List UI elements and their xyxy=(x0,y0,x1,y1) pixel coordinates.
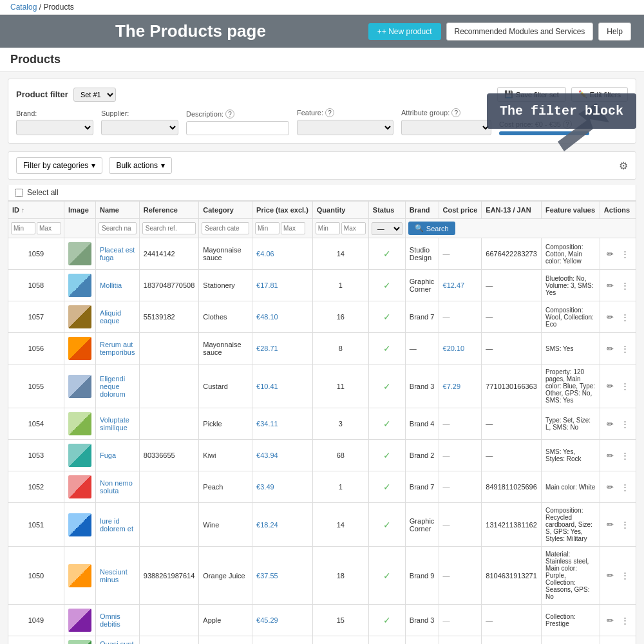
product-id-cell: 1057 xyxy=(8,301,64,333)
product-image xyxy=(68,375,91,398)
new-product-button[interactable]: + + New product xyxy=(368,23,441,40)
product-image xyxy=(68,242,91,265)
more-actions-button[interactable]: ⋮ xyxy=(618,481,632,493)
edit-product-button[interactable]: ✏ xyxy=(604,279,616,292)
product-name-link[interactable]: Aliquid eaque xyxy=(100,309,121,325)
product-image xyxy=(68,337,91,360)
more-actions-button[interactable]: ⋮ xyxy=(618,311,632,323)
product-quantity-cell: 11 xyxy=(312,365,368,408)
th-brand[interactable]: Brand xyxy=(405,202,439,219)
th-category[interactable]: Category xyxy=(199,202,252,219)
qty-min-input[interactable] xyxy=(316,222,340,234)
product-name-link[interactable]: Omnis debitis xyxy=(100,612,120,628)
more-actions-button[interactable]: ⋮ xyxy=(618,418,632,430)
description-help-icon[interactable]: ? xyxy=(225,109,234,118)
th-name[interactable]: Name xyxy=(96,202,140,219)
product-status-cell: ✓ xyxy=(368,270,405,301)
product-actions-cell: ✏ ⋮ xyxy=(600,636,636,645)
feature-help-icon[interactable]: ? xyxy=(325,108,334,117)
brand-filter-select[interactable] xyxy=(16,120,93,135)
description-filter-input[interactable] xyxy=(186,121,289,135)
edit-product-button[interactable]: ✏ xyxy=(604,614,616,627)
breadcrumb-catalog[interactable]: Catalog xyxy=(10,3,37,12)
product-price-cell: €10.41 xyxy=(252,365,313,408)
product-name-link[interactable]: Fuga xyxy=(100,451,116,459)
filter-set-select[interactable]: Set #1 xyxy=(73,88,116,102)
edit-filters-button[interactable]: ✏️ Edit filters xyxy=(571,87,628,102)
th-price[interactable]: Price (tax excl.) xyxy=(252,202,313,219)
product-image xyxy=(68,609,91,632)
name-search-input[interactable] xyxy=(99,222,137,234)
edit-product-button[interactable]: ✏ xyxy=(604,343,616,355)
th-id[interactable]: ID ↑ xyxy=(8,202,64,219)
product-name-link[interactable]: Rerum aut temporibus xyxy=(100,341,135,356)
th-reference[interactable]: Reference xyxy=(139,202,199,219)
more-actions-button[interactable]: ⋮ xyxy=(618,450,632,462)
category-search-input[interactable] xyxy=(202,222,249,234)
filter-status-cell: — Yes No xyxy=(368,219,405,238)
filter-by-categories-button[interactable]: Filter by categories ▾ xyxy=(16,157,102,174)
edit-product-button[interactable]: ✏ xyxy=(604,311,616,323)
product-name-link[interactable]: Quasi sunt tempora quidem xyxy=(100,640,134,644)
more-actions-button[interactable]: ⋮ xyxy=(618,279,632,292)
edit-product-button[interactable]: ✏ xyxy=(604,418,616,430)
more-actions-button[interactable]: ⋮ xyxy=(618,343,632,355)
supplier-filter-label: Supplier: xyxy=(101,109,178,117)
help-button[interactable]: Help xyxy=(598,23,631,41)
select-all-checkbox[interactable] xyxy=(15,189,23,197)
more-actions-button[interactable]: ⋮ xyxy=(618,380,632,392)
th-status[interactable]: Status xyxy=(368,202,405,219)
product-name-cell: Rerum aut temporibus xyxy=(96,333,140,365)
supplier-filter-select[interactable] xyxy=(101,120,178,135)
edit-product-button[interactable]: ✏ xyxy=(604,380,616,392)
edit-product-button[interactable]: ✏ xyxy=(604,248,616,260)
product-name-link[interactable]: Non nemo soluta xyxy=(100,479,133,495)
product-name-link[interactable]: Mollitia xyxy=(100,281,122,289)
table-actions-bar: Filter by categories ▾ Bulk actions ▾ ⚙ xyxy=(8,151,636,180)
product-name-link[interactable]: Nesciunt minus xyxy=(100,568,128,583)
feature-filter-select[interactable] xyxy=(297,120,393,135)
price-max-input[interactable] xyxy=(281,222,305,234)
edit-product-button[interactable]: ✏ xyxy=(604,481,616,493)
cost-price-help-icon[interactable]: ? xyxy=(563,120,572,129)
status-filter-select[interactable]: — Yes No xyxy=(372,222,402,235)
attribute-group-help-icon[interactable]: ? xyxy=(451,108,460,117)
product-name-link[interactable]: Iure id dolorem et xyxy=(100,517,133,533)
product-name-link[interactable]: Eligendi neque dolorum xyxy=(100,375,126,398)
product-quantity-cell: 18 xyxy=(312,547,368,605)
product-name-link[interactable]: Voluptate similique xyxy=(100,416,129,431)
edit-product-button[interactable]: ✏ xyxy=(604,569,616,582)
product-features-cell: Collection: Moda xyxy=(542,636,600,645)
bulk-actions-button[interactable]: Bulk actions ▾ xyxy=(109,157,172,174)
edit-product-button[interactable]: ✏ xyxy=(604,450,616,462)
more-actions-button[interactable]: ⋮ xyxy=(618,614,632,627)
product-status-cell: ✓ xyxy=(368,547,405,605)
more-actions-button[interactable]: ⋮ xyxy=(618,518,632,531)
th-quantity[interactable]: Quantity xyxy=(312,202,368,219)
price-min-input[interactable] xyxy=(255,222,279,234)
attribute-group-filter-select[interactable] xyxy=(401,120,491,135)
product-cost-price-cell: — xyxy=(439,605,482,636)
edit-product-button[interactable]: ✏ xyxy=(604,518,616,531)
id-min-input[interactable] xyxy=(11,222,35,234)
search-button[interactable]: 🔍 Search xyxy=(408,222,455,235)
cost-price-range-slider[interactable] xyxy=(499,131,589,135)
recommended-modules-button[interactable]: Recommended Modules and Services xyxy=(446,23,594,41)
reference-search-input[interactable] xyxy=(142,222,196,234)
qty-max-input[interactable] xyxy=(341,222,366,234)
th-ean[interactable]: EAN-13 / JAN xyxy=(482,202,542,219)
save-filter-button[interactable]: 💾 Save filter set xyxy=(497,87,566,102)
gear-icon[interactable]: ⚙ xyxy=(619,160,628,171)
more-actions-button[interactable]: ⋮ xyxy=(618,248,632,260)
product-reference-cell xyxy=(139,471,199,503)
product-name-link[interactable]: Placeat est fuga xyxy=(100,246,135,261)
product-category-cell: Pickle xyxy=(199,408,252,440)
th-feature-values[interactable]: Feature values xyxy=(542,202,600,219)
id-max-input[interactable] xyxy=(37,222,61,234)
product-brand-cell: Brand 4 xyxy=(405,408,439,440)
th-cost-price[interactable]: Cost price xyxy=(439,202,482,219)
products-table: ID ↑ Image Name Reference Category Price… xyxy=(8,201,636,644)
status-check-icon: ✓ xyxy=(383,312,391,322)
product-id-cell: 1053 xyxy=(8,440,64,471)
more-actions-button[interactable]: ⋮ xyxy=(618,569,632,582)
